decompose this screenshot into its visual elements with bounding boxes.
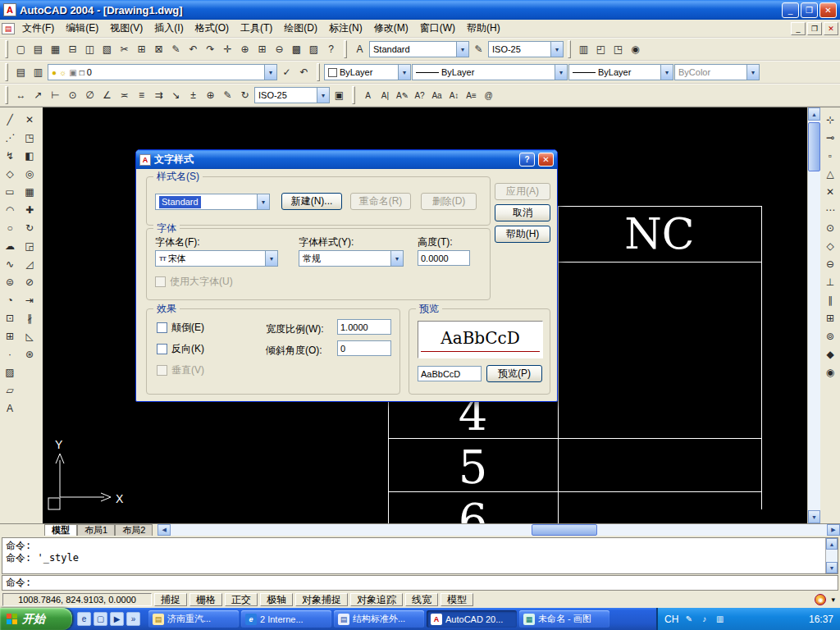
minimize-icon[interactable]: _: [782, 2, 799, 18]
status-toggle[interactable]: 正交: [225, 593, 258, 606]
scroll-thumb[interactable]: [532, 524, 597, 536]
dialog-help-icon[interactable]: ?: [519, 153, 535, 167]
chevron-down-icon[interactable]: ▾: [456, 42, 468, 57]
viewports-icon[interactable]: ◰: [592, 41, 609, 58]
revision-cloud-icon[interactable]: ☁: [2, 237, 19, 254]
toolbar-grip[interactable]: [352, 86, 355, 104]
width-factor-input[interactable]: [337, 319, 391, 335]
dim-style-icon[interactable]: ✎: [470, 41, 487, 58]
save-icon[interactable]: ▦: [47, 41, 64, 58]
snap-insert-icon[interactable]: ⊞: [822, 309, 839, 326]
scroll-track[interactable]: [808, 121, 820, 510]
designcenter-icon[interactable]: ▨: [305, 41, 322, 58]
text-style-combo[interactable]: Standard ▾: [369, 41, 469, 57]
vertical-scrollbar[interactable]: ▲ ▼: [807, 107, 820, 523]
scroll-down-icon[interactable]: ▼: [826, 562, 838, 573]
menu-item[interactable]: 插入(I): [148, 19, 189, 38]
color-combo[interactable]: ByLayer ▾: [324, 64, 411, 80]
snap-endpoint-icon[interactable]: ▫: [822, 147, 839, 164]
tool-palettes-icon[interactable]: ▥: [575, 41, 592, 58]
drawing-file-icon[interactable]: ▤: [2, 23, 15, 34]
scale-icon[interactable]: ◲: [21, 237, 39, 254]
status-toggle[interactable]: 对象追踪: [350, 593, 403, 606]
snap-node-icon[interactable]: ⊚: [822, 327, 839, 345]
height-input[interactable]: [418, 250, 470, 266]
toolbar-grip[interactable]: [317, 63, 320, 81]
menu-item[interactable]: 视图(V): [104, 19, 148, 38]
snap-quadrant-icon[interactable]: ◇: [822, 237, 839, 254]
snap-extension-icon[interactable]: ⋯: [822, 201, 839, 218]
status-toggle[interactable]: 线宽: [405, 593, 438, 606]
point-icon[interactable]: ·: [2, 345, 19, 363]
snap-tangent-icon[interactable]: ⊖: [822, 255, 839, 272]
preview-text-input[interactable]: [418, 366, 482, 381]
font-style-combo[interactable]: 常规 ▾: [299, 250, 404, 267]
task-button[interactable]: ▤ 济南重汽...: [148, 610, 239, 628]
menu-item[interactable]: 文件(F): [16, 19, 60, 38]
ime-indicator[interactable]: CH: [664, 614, 678, 625]
task-button-active[interactable]: A AutoCAD 20...: [427, 610, 517, 628]
ime-pen-icon[interactable]: ✎: [682, 613, 695, 625]
menu-item[interactable]: 修改(M): [368, 19, 414, 38]
tab-model[interactable]: 模型: [44, 524, 77, 536]
snap-parallel-icon[interactable]: ∥: [822, 291, 839, 308]
child-close-icon[interactable]: ✕: [824, 22, 838, 35]
line-icon[interactable]: ╱: [2, 111, 19, 128]
clock[interactable]: 16:37: [809, 614, 833, 625]
snap-midpoint-icon[interactable]: △: [822, 165, 839, 182]
command-scrollbar[interactable]: ▲ ▼: [825, 538, 838, 573]
scroll-track[interactable]: [171, 524, 827, 536]
task-button[interactable]: e 2 Interne...: [241, 610, 331, 628]
erase-icon[interactable]: ✕: [21, 111, 39, 128]
ellipse-icon[interactable]: ⊜: [2, 273, 19, 290]
layer-on-bulb-icon[interactable]: ●: [52, 68, 57, 77]
toolbar-grip[interactable]: [5, 86, 8, 104]
baseline-dimension-icon[interactable]: ≡: [133, 87, 150, 104]
preview-button[interactable]: 预览(P): [486, 365, 542, 382]
region-icon[interactable]: ▱: [2, 381, 19, 399]
zoom-window-icon[interactable]: ⊞: [253, 41, 271, 58]
match-properties-icon[interactable]: ✎: [167, 41, 185, 58]
array-icon[interactable]: ▦: [21, 183, 39, 200]
aligned-dimension-icon[interactable]: ↗: [30, 87, 47, 104]
break-icon[interactable]: ∦: [21, 309, 39, 326]
justify-text-icon[interactable]: A≡: [463, 87, 480, 104]
font-name-combo[interactable]: TT 宋体 ▾: [155, 250, 278, 267]
quick-dimension-icon[interactable]: ≍: [116, 87, 133, 104]
multiline-text-icon[interactable]: A: [359, 87, 377, 104]
network-icon[interactable]: ▥: [714, 613, 726, 625]
construction-line-icon[interactable]: ⋰: [2, 129, 19, 146]
chamfer-icon[interactable]: ◺: [21, 327, 39, 345]
linetype-combo[interactable]: ByLayer ▾: [412, 64, 568, 80]
make-object-layer-current-icon[interactable]: ✓: [278, 64, 295, 81]
menu-item[interactable]: 标注(N): [323, 19, 368, 38]
menu-item[interactable]: 窗口(W): [414, 19, 461, 38]
quicklaunch-chevron-icon[interactable]: »: [126, 612, 140, 626]
tolerance-icon[interactable]: ±: [185, 87, 202, 104]
radius-dimension-icon[interactable]: ⊙: [64, 87, 81, 104]
move-icon[interactable]: ✚: [21, 201, 39, 218]
restore-icon[interactable]: ❐: [801, 2, 818, 18]
3d-orbit-icon[interactable]: ◉: [627, 41, 644, 58]
diameter-dimension-icon[interactable]: ∅: [81, 87, 98, 104]
linear-dimension-icon[interactable]: ↔: [12, 87, 30, 104]
layer-lock-icon[interactable]: ▣: [69, 68, 76, 77]
menu-item[interactable]: 绘图(D): [278, 19, 323, 38]
toolbar-grip[interactable]: [568, 40, 571, 58]
lineweight-combo[interactable]: ByLayer ▾: [568, 64, 673, 80]
properties-icon[interactable]: ▩: [288, 41, 305, 58]
style-name-combo[interactable]: Standard ▾: [155, 194, 270, 210]
menu-item[interactable]: 工具(T): [235, 19, 278, 38]
horizontal-scrollbar[interactable]: ◀ ▶: [158, 524, 840, 536]
status-menu-arrow-icon[interactable]: ▾: [829, 596, 838, 604]
child-restore-icon[interactable]: ❐: [807, 22, 822, 35]
offset-icon[interactable]: ◎: [21, 165, 39, 182]
new-icon[interactable]: ▢: [12, 41, 30, 58]
oblique-angle-input[interactable]: [337, 340, 391, 356]
menu-item[interactable]: 格式(O): [189, 19, 235, 38]
redo-icon[interactable]: ↷: [202, 41, 219, 58]
single-line-text-icon[interactable]: A|: [377, 87, 394, 104]
find-replace-icon[interactable]: A?: [411, 87, 428, 104]
chevron-down-icon[interactable]: ▾: [660, 65, 673, 80]
text-style-icon[interactable]: Aa: [428, 87, 445, 104]
